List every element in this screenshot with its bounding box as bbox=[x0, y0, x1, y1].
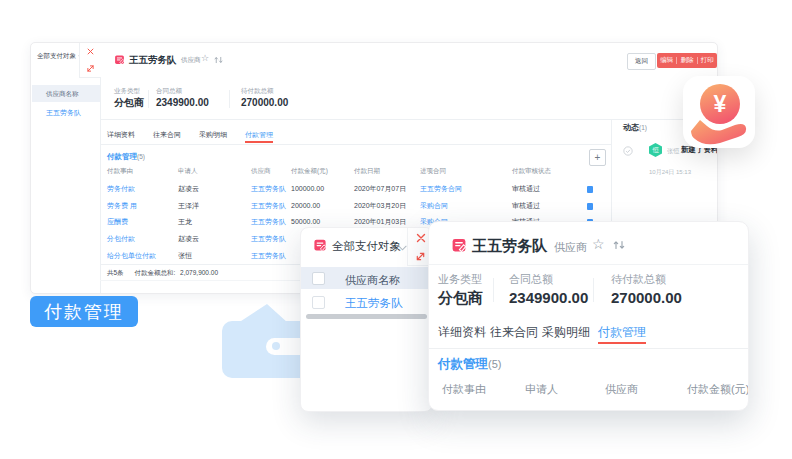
tab-detail-info[interactable]: 详细资料 bbox=[438, 326, 486, 338]
contract-link[interactable]: 王五劳务合同 bbox=[420, 185, 462, 192]
plus-icon: + bbox=[595, 152, 601, 163]
field-value: 分包商 bbox=[438, 290, 483, 305]
table-row: 劳务付款 赵凌云 王五劳务队 100000.00 2020年07月07日 王五劳… bbox=[31, 185, 717, 201]
star-icon[interactable]: ☆ bbox=[201, 54, 209, 63]
close-icon bbox=[416, 233, 426, 243]
amount-cell: 100000.00 bbox=[291, 185, 324, 192]
back-button[interactable]: 返回 bbox=[627, 53, 656, 70]
check-circle-icon bbox=[623, 146, 633, 156]
applicant-cell: 赵凌云 bbox=[178, 235, 199, 242]
close-button[interactable] bbox=[79, 43, 101, 61]
horizontal-scrollbar[interactable] bbox=[306, 314, 427, 319]
col-header: 进项合同 bbox=[420, 168, 446, 175]
row-count: 共5条 bbox=[107, 269, 124, 276]
edit-button[interactable]: 编辑 bbox=[657, 57, 676, 64]
active-tab-underline bbox=[245, 141, 273, 143]
date-cell: 2020年07月07日 bbox=[354, 185, 406, 192]
expand-icon bbox=[415, 251, 426, 262]
print-button[interactable]: 打印 bbox=[697, 57, 717, 64]
expand-button[interactable] bbox=[79, 60, 101, 78]
object-filter-dropdown[interactable]: 全部支付对象 bbox=[37, 53, 76, 60]
field-label: 待付款总额 bbox=[241, 88, 274, 95]
field-label: 合同总额 bbox=[509, 274, 553, 285]
tab-purchase-detail[interactable]: 采购明细 bbox=[542, 326, 590, 338]
note-icon[interactable] bbox=[587, 186, 593, 193]
tab-purchase-detail[interactable]: 采购明细 bbox=[199, 131, 227, 138]
col-header: 付款金额(元) bbox=[291, 168, 328, 175]
date-cell: 2020年03月20日 bbox=[354, 202, 406, 209]
field-label: 业务类型 bbox=[438, 274, 482, 285]
delete-button[interactable]: 删除 bbox=[676, 57, 696, 64]
expand-icon bbox=[86, 64, 95, 73]
field-value: 270000.00 bbox=[241, 98, 288, 108]
feature-tag-label: 付款管理 bbox=[44, 303, 124, 321]
section-title: 付款管理 bbox=[107, 152, 137, 161]
page-title: 王五劳务队 bbox=[472, 238, 547, 253]
field-label: 业务类型 bbox=[114, 88, 140, 95]
col-header: 付款金额(元) bbox=[687, 384, 749, 395]
wallet-clasp-dot bbox=[272, 342, 280, 350]
activity-count: (1) bbox=[639, 124, 647, 131]
select-all-checkbox[interactable] bbox=[312, 272, 325, 285]
col-header: 付款事由 bbox=[442, 384, 486, 395]
active-tab-underline bbox=[598, 342, 646, 344]
avatar: 恒 bbox=[649, 143, 662, 157]
table-footer: 共5条 付款金额总和: 2,079,900.00 bbox=[107, 270, 218, 277]
note-icon[interactable] bbox=[587, 203, 593, 210]
date-cell: 2020年01月03日 bbox=[354, 218, 406, 225]
front-detail-window: 王五劳务队 供应商 ☆ 业务类型 分包商 合同总额 2349900.00 待付款… bbox=[428, 221, 749, 411]
page-title: 王五劳务队 bbox=[129, 55, 177, 65]
applicant-cell: 赵凌云 bbox=[178, 185, 199, 192]
list-item-supplier[interactable]: 王五劳务队 bbox=[345, 298, 403, 310]
chevron-down-icon bbox=[398, 245, 407, 251]
status-cell: 审核通过 bbox=[512, 185, 540, 192]
sidebar-item-supplier[interactable]: 王五劳务队 bbox=[46, 109, 81, 116]
col-header: 付款事由 bbox=[107, 168, 133, 175]
clipboard-icon bbox=[451, 237, 467, 253]
field-value: 2349900.00 bbox=[156, 98, 209, 108]
tab-contracts[interactable]: 往来合同 bbox=[153, 131, 181, 138]
activity-user: 张恒 bbox=[667, 148, 679, 154]
supplier-link[interactable]: 王五劳务队 bbox=[251, 218, 286, 225]
tab-payment-management[interactable]: 付款管理 bbox=[245, 131, 273, 138]
payment-reason-link[interactable]: 劳务费 用 bbox=[107, 202, 137, 209]
section-count: (5) bbox=[488, 358, 501, 370]
feature-tag: 付款管理 bbox=[30, 296, 138, 327]
section-title: 付款管理 bbox=[438, 357, 488, 371]
activity-title: 动态 bbox=[623, 123, 639, 132]
payment-reason-link[interactable]: 给分包单位付款 bbox=[107, 252, 156, 259]
col-header: 供应商 bbox=[251, 168, 271, 175]
payment-reason-link[interactable]: 劳务付款 bbox=[107, 185, 135, 192]
col-header: 申请人 bbox=[525, 384, 558, 395]
supplier-link[interactable]: 王五劳务队 bbox=[251, 235, 286, 242]
contract-link[interactable]: 采购合同 bbox=[420, 202, 448, 209]
col-header: 供应商 bbox=[605, 384, 638, 395]
row-checkbox[interactable] bbox=[312, 296, 325, 309]
tab-detail-info[interactable]: 详细资料 bbox=[107, 131, 135, 138]
applicant-cell: 张恒 bbox=[178, 252, 192, 259]
star-icon[interactable]: ☆ bbox=[592, 237, 605, 251]
col-header: 申请人 bbox=[178, 168, 198, 175]
add-payment-button[interactable]: + bbox=[589, 149, 606, 166]
table-row: 劳务费 用 王泽洋 王五劳务队 20000.00 2020年03月20日 采购合… bbox=[31, 202, 717, 218]
tab-contracts[interactable]: 往来合同 bbox=[490, 326, 538, 338]
payment-reason-link[interactable]: 分包付款 bbox=[107, 235, 135, 242]
supplier-link[interactable]: 王五劳务队 bbox=[251, 202, 286, 209]
supplier-badge: 供应商 bbox=[181, 57, 201, 64]
share-icon[interactable] bbox=[214, 56, 223, 64]
clipboard-icon bbox=[114, 54, 125, 65]
col-header: 付款日期 bbox=[354, 168, 380, 175]
supplier-link[interactable]: 王五劳务队 bbox=[251, 185, 286, 192]
payment-reason-link[interactable]: 应酬费 bbox=[107, 218, 128, 225]
tab-payment-management[interactable]: 付款管理 bbox=[598, 326, 646, 338]
supplier-link[interactable]: 王五劳务队 bbox=[251, 252, 286, 259]
screen: 全部支付对象 供应商名称 王五劳务队 王五劳务队 供应商 ☆ 返回 编辑 删除 … bbox=[0, 0, 792, 459]
action-button-group: 编辑 删除 打印 bbox=[657, 53, 717, 68]
front-list-window: 全部支付对象 供应商名称 王五劳务队 bbox=[300, 227, 433, 412]
col-header: 付款审核状态 bbox=[512, 168, 551, 175]
supplier-name-column-header: 供应商名称 bbox=[345, 275, 400, 286]
share-icon[interactable] bbox=[613, 240, 625, 250]
applicant-cell: 王泽洋 bbox=[178, 202, 199, 209]
object-filter-dropdown[interactable]: 全部支付对象 bbox=[332, 241, 401, 253]
supplier-badge: 供应商 bbox=[554, 242, 587, 253]
